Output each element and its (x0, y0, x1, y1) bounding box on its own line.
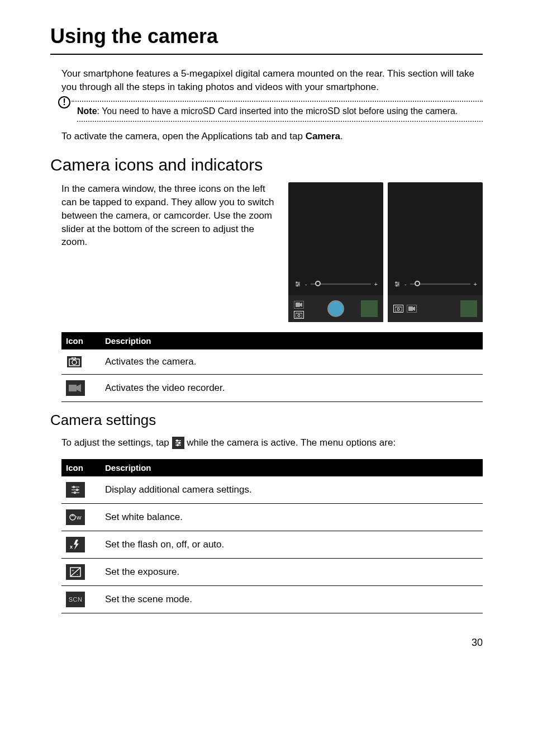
zoom-slider: - + (294, 280, 378, 289)
screenshot-camera-mode: - + (288, 182, 383, 322)
svg-text:W: W (77, 515, 82, 521)
svg-text:x: x (70, 544, 73, 550)
table-row: Activates the video recorder. (61, 375, 483, 402)
svg-rect-16 (395, 307, 402, 311)
table-cell-description: Set the exposure. (101, 559, 483, 586)
svg-point-35 (76, 489, 78, 491)
sliders-icon (393, 280, 401, 288)
svg-text:+: + (72, 568, 74, 573)
svg-point-30 (177, 445, 178, 446)
svg-point-9 (298, 314, 300, 316)
settings-table: Icon Description Display additional came… (61, 459, 483, 613)
gallery-thumbnail (361, 300, 378, 317)
svg-point-36 (74, 492, 75, 494)
table-header-description: Description (101, 332, 483, 349)
svg-point-34 (73, 486, 74, 488)
table-row: x Set the flash on, off, or auto. (61, 531, 483, 559)
svg-point-13 (396, 282, 397, 283)
svg-rect-18 (408, 306, 413, 311)
sliders-icon (294, 280, 302, 288)
svg-rect-21 (72, 357, 75, 359)
svg-rect-8 (296, 313, 302, 318)
gallery-thumbnail (460, 300, 477, 317)
table-cell-description: Set the scene mode. (101, 586, 483, 613)
activate-paragraph: To activate the camera, open the Applica… (61, 130, 483, 143)
svg-text:-: - (77, 571, 78, 577)
activate-pre: To activate the camera, open the Applica… (61, 131, 306, 141)
svg-marker-7 (300, 303, 302, 307)
table-row: SCN Set the scene mode. (61, 586, 483, 613)
settings-pre: To adjust the settings, tap (61, 437, 172, 448)
table-row: W Set white balance. (61, 504, 483, 531)
white-balance-icon: W (66, 509, 85, 525)
icons-paragraph: In the camera window, the three icons on… (61, 182, 277, 249)
svg-marker-39 (74, 540, 79, 550)
table-cell-description: Activates the camera. (101, 349, 483, 375)
subsection-settings-title: Camera settings (50, 410, 483, 430)
svg-point-29 (178, 442, 180, 444)
video-icon (407, 305, 417, 313)
table-header-icon: Icon (61, 459, 101, 476)
camera-icon (66, 355, 83, 368)
svg-point-22 (72, 360, 77, 365)
sliders-icon (172, 437, 184, 449)
svg-point-17 (397, 308, 399, 310)
camera-screenshots: - + (288, 182, 483, 322)
note-label: Note (77, 106, 97, 116)
scene-icon: SCN (66, 592, 85, 607)
flash-icon: x (66, 537, 85, 552)
page-title: Using the camera (50, 22, 483, 55)
table-header-description: Description (101, 459, 483, 476)
zoom-slider: - + (393, 280, 477, 289)
settings-post: while the camera is active. The menu opt… (184, 437, 396, 448)
svg-point-3 (296, 282, 297, 283)
svg-point-4 (298, 284, 299, 285)
page-number: 30 (50, 636, 483, 650)
table-cell-description: Activates the video recorder. (101, 375, 483, 402)
table-row: +- Set the exposure. (61, 559, 483, 586)
svg-marker-19 (413, 306, 415, 311)
table-cell-description: Set white balance. (101, 504, 483, 531)
shutter-button (327, 300, 344, 317)
table-header-icon: Icon (61, 332, 101, 349)
svg-rect-6 (296, 303, 300, 307)
settings-paragraph: To adjust the settings, tap while the ca… (61, 436, 483, 450)
camera-icon (294, 311, 304, 319)
video-icon (294, 301, 304, 309)
svg-point-5 (297, 285, 298, 286)
icons-table: Icon Description Activates the camera. A… (61, 332, 483, 402)
note-text: : You need to have a microSD Card insert… (97, 106, 458, 116)
intro-paragraph: Your smartphone features a 5-megapixel d… (61, 67, 483, 94)
table-row: Display additional camera settings. (61, 476, 483, 504)
note-box: ! Note: You need to have a microSD Card … (61, 101, 483, 122)
activate-bold: Camera (306, 131, 340, 141)
exposure-icon: +- (66, 564, 85, 580)
table-row: Activates the camera. (61, 349, 483, 375)
alert-icon: ! (58, 96, 70, 108)
table-cell-description: Set the flash on, off, or auto. (101, 531, 483, 559)
svg-point-28 (176, 440, 178, 442)
video-icon (66, 380, 85, 396)
activate-post: . (340, 131, 343, 141)
svg-marker-24 (77, 384, 81, 392)
svg-rect-23 (69, 385, 77, 391)
sliders-icon (66, 482, 85, 498)
svg-point-15 (396, 285, 397, 286)
section-icons-title: Camera icons and indicators (50, 153, 483, 177)
camera-icon (393, 305, 403, 313)
screenshot-video-mode: - + (388, 182, 483, 322)
table-cell-description: Display additional camera settings. (101, 476, 483, 504)
svg-point-14 (398, 284, 399, 285)
